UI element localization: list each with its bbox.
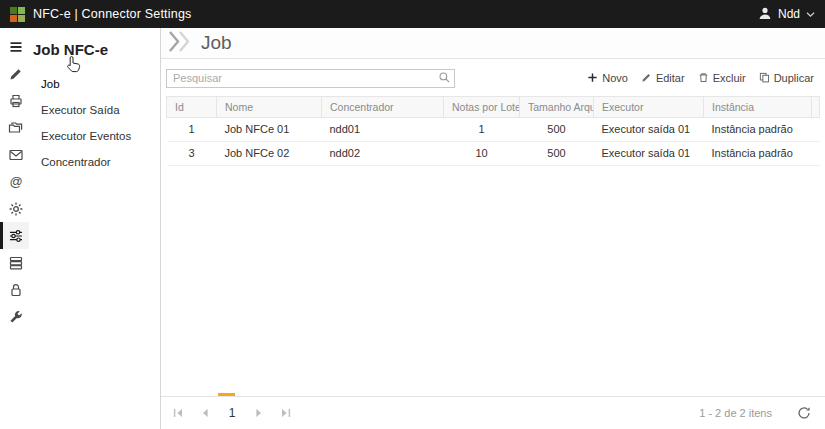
rail-item-wrench[interactable] [0,303,29,330]
rail-item-mail[interactable] [0,141,29,168]
trash-icon [698,72,709,83]
sidebar: Job NFC-e Job Executor Saída Executor Ev… [29,28,161,429]
cell-concentrador[interactable]: ndd01 [322,117,444,141]
page-header: Job [161,28,825,59]
at-sign-icon: @ [8,174,24,190]
app-title: NFC-e | Connector Settings [33,7,192,21]
next-page-button[interactable] [250,404,268,422]
breadcrumb-chevrons-icon [167,31,193,56]
topbar: NFC-e | Connector Settings Ndd [0,0,825,28]
duplicar-button[interactable]: Duplicar [759,72,814,84]
rail-item-at-sign[interactable]: @ [0,168,29,195]
rail-item-menu[interactable] [0,33,29,60]
column-header-executor[interactable]: Executor [594,96,704,117]
mail-icon [8,147,24,163]
sidebar-title: Job NFC-e [29,28,160,71]
column-header-filler [812,96,820,117]
column-header-tamanho-arquivo[interactable]: Tamanho Arquivo [520,96,594,117]
column-header-instancia[interactable]: Instância [704,96,812,117]
cell-notas[interactable]: 10 [444,141,520,165]
plus-icon [587,72,598,83]
cell-nome[interactable]: Job NFCe 01 [217,117,322,141]
cell-instancia[interactable]: Instância padrão [704,117,812,141]
sidebar-item-job[interactable]: Job [29,71,160,97]
folders-icon [8,120,24,136]
rail-item-folders[interactable] [0,114,29,141]
rail-item-lock[interactable] [0,276,29,303]
icon-rail: @ [0,28,29,429]
search-input[interactable] [166,69,455,88]
rail-item-sliders[interactable] [0,222,29,249]
cell-tamanho[interactable]: 500 [520,141,594,165]
cell-id[interactable]: 1 [167,117,217,141]
table-row[interactable]: 3 Job NFCe 02 ndd02 10 500 Executor saíd… [167,141,820,165]
pager: 1 1 - 2 de 2 itens [161,396,825,429]
user-menu[interactable]: Ndd [758,6,815,23]
gear-icon [8,201,24,217]
column-header-id[interactable]: Id [167,96,217,117]
grid-header-row: Id Nome Concentrador Notas por Lote Tama… [167,96,820,117]
lock-icon [8,282,24,298]
user-name: Ndd [778,7,800,21]
rail-item-stack[interactable] [0,249,29,276]
cell-filler [812,117,820,141]
copy-icon [759,72,770,83]
chevron-down-icon [806,7,815,21]
user-icon [758,6,772,23]
rail-item-pen[interactable] [0,60,29,87]
cell-instancia[interactable]: Instância padrão [704,141,812,165]
cell-filler [812,141,820,165]
column-header-nome[interactable]: Nome [217,96,322,117]
excluir-button[interactable]: Excluir [698,72,746,84]
page-title: Job [201,32,232,54]
cell-concentrador[interactable]: ndd02 [322,141,444,165]
pencil-icon [641,72,652,83]
column-header-notas-por-lote[interactable]: Notas por Lote [444,96,520,117]
column-header-concentrador[interactable]: Concentrador [322,96,444,117]
cell-nome[interactable]: Job NFCe 02 [217,141,322,165]
menu-icon [8,39,24,55]
first-page-button[interactable] [169,404,187,422]
rail-item-gear[interactable] [0,195,29,222]
sidebar-item-concentrador[interactable]: Concentrador [29,149,160,175]
printer-icon [8,93,24,109]
sidebar-item-executor-eventos[interactable]: Executor Eventos [29,123,160,149]
sidebar-item-executor-saida[interactable]: Executor Saída [29,97,160,123]
table-row[interactable]: 1 Job NFCe 01 ndd01 1 500 Executor saída… [167,117,820,141]
wrench-icon [8,309,24,325]
grid-toolbar: Novo Editar Excluir Duplicar [161,59,825,94]
search-icon [438,71,451,84]
cell-tamanho[interactable]: 500 [520,117,594,141]
pen-icon [8,66,24,82]
search-box [166,68,455,88]
app-logo-icon [10,7,25,22]
sliders-icon [8,228,24,244]
novo-button[interactable]: Novo [587,72,628,84]
svg-text:@: @ [9,174,22,189]
refresh-icon[interactable] [797,406,811,420]
app-shell: @ Job NFC-e Job Executor Saída Executor … [0,28,825,429]
main-content: Job Novo Editar Exclui [161,28,825,429]
stack-icon [8,255,24,271]
cell-executor[interactable]: Executor saída 01 [594,117,704,141]
last-page-button[interactable] [277,404,295,422]
cell-executor[interactable]: Executor saída 01 [594,141,704,165]
previous-page-button[interactable] [196,404,214,422]
action-buttons: Novo Editar Excluir Duplicar [587,72,819,84]
cell-notas[interactable]: 1 [444,117,520,141]
data-grid: Id Nome Concentrador Notas por Lote Tama… [166,96,820,166]
pager-info: 1 - 2 de 2 itens [699,407,772,419]
rail-item-printer[interactable] [0,87,29,114]
page-number[interactable]: 1 [223,406,241,420]
editar-button[interactable]: Editar [641,72,685,84]
cell-id[interactable]: 3 [167,141,217,165]
